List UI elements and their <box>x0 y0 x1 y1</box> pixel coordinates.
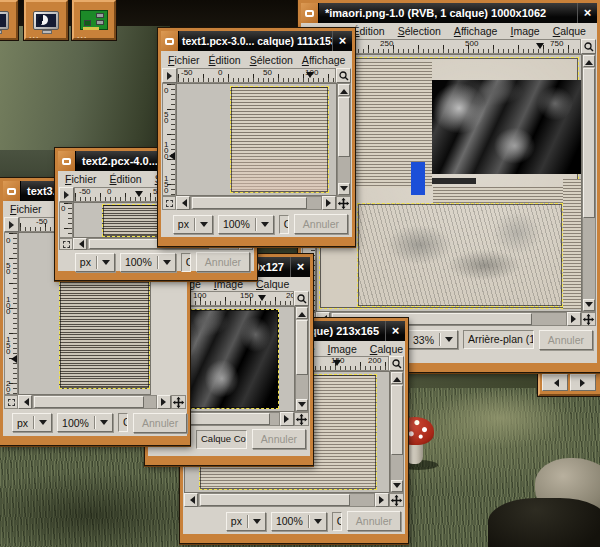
menu-image[interactable]: Image <box>510 25 539 37</box>
scroll-down-button[interactable] <box>583 299 595 311</box>
unit-dropdown[interactable]: px <box>226 512 266 531</box>
pan-cross-icon[interactable] <box>581 312 596 326</box>
image-canvas[interactable] <box>176 83 337 196</box>
image-canvas[interactable] <box>316 54 582 312</box>
scroll-right-button[interactable] <box>280 412 294 426</box>
ruler-position-marker <box>536 43 544 53</box>
ruler-corner-button[interactable] <box>162 68 177 83</box>
chevron-down-icon <box>253 519 261 528</box>
pan-cross-icon[interactable] <box>294 412 309 426</box>
scroll-up-button[interactable] <box>338 84 350 96</box>
menu-edition[interactable]: Édition <box>209 54 241 66</box>
monitor-icon <box>33 11 59 30</box>
menu-affichage[interactable]: Affichage <box>454 25 498 37</box>
status-message: Calque Copié (247 k <box>196 430 247 449</box>
scroll-right-button[interactable] <box>322 196 336 210</box>
zoom-dropdown[interactable]: 100% <box>120 253 176 272</box>
menu-edition[interactable]: Édition <box>353 25 385 37</box>
scroll-left-button[interactable] <box>73 238 87 250</box>
menu-calque[interactable]: Calque <box>370 343 403 355</box>
window-menu-icon[interactable] <box>161 31 179 51</box>
titlebar[interactable]: text1.pcx-3.0... calque) 111x153 × <box>161 31 352 51</box>
horizontal-scrollbar[interactable] <box>32 395 157 409</box>
iconified-window-circuit[interactable]: ... <box>72 0 116 40</box>
menu-calque[interactable]: Calque <box>553 25 586 37</box>
close-icon[interactable]: × <box>332 31 352 51</box>
dock-prev-button[interactable] <box>542 374 568 391</box>
scanned-figure <box>357 203 563 307</box>
pan-cross-icon[interactable] <box>389 493 404 507</box>
chevron-down-icon <box>102 260 110 269</box>
scroll-down-button[interactable] <box>338 183 350 195</box>
menu-image[interactable]: Image <box>328 343 357 355</box>
scroll-up-button[interactable] <box>391 372 403 384</box>
vertical-scrollbar[interactable] <box>337 83 351 196</box>
zoom-icon[interactable] <box>581 39 596 54</box>
zoom-icon[interactable] <box>389 356 404 371</box>
ruler-corner-button[interactable] <box>59 187 74 202</box>
titlebar[interactable]: *imaori.png-1.0 (RVB, 1 calque) 1000x106… <box>301 3 597 23</box>
window-title: *imaori.png-1.0 (RVB, 1 calque) 1000x106… <box>319 7 552 19</box>
menu-selection[interactable]: Sélection <box>250 54 293 66</box>
scroll-down-button[interactable] <box>391 480 403 492</box>
close-icon[interactable]: × <box>385 321 405 341</box>
status-message: Calque <box>181 253 191 272</box>
close-icon[interactable]: × <box>577 3 597 23</box>
cancel-button[interactable]: Annuler <box>294 214 348 234</box>
vertical-scrollbar[interactable] <box>295 306 309 412</box>
close-icon[interactable]: × <box>290 257 310 277</box>
scroll-left-button[interactable] <box>176 196 190 210</box>
horizontal-scrollbar[interactable] <box>198 493 375 507</box>
horizontal-ruler: -50 0 50 100 <box>177 68 336 83</box>
unit-dropdown[interactable]: px <box>173 215 213 234</box>
horizontal-scrollbar[interactable] <box>190 196 322 210</box>
menu-selection[interactable]: Sélection <box>398 25 441 37</box>
menu-calque[interactable]: Calque <box>256 278 289 290</box>
quickmask-icon[interactable] <box>4 395 18 409</box>
quickmask-icon[interactable] <box>59 238 73 250</box>
scan-text-strip-right <box>563 179 582 309</box>
menu-fichier[interactable]: Fichier <box>168 54 200 66</box>
zoom-icon[interactable] <box>294 291 309 306</box>
cancel-button[interactable]: Annuler <box>539 330 593 350</box>
unit-dropdown[interactable]: px <box>12 413 52 432</box>
cancel-button[interactable]: Annuler <box>196 252 250 272</box>
iconified-window-monitor[interactable]: ... <box>0 0 18 40</box>
unit-dropdown[interactable]: px <box>75 253 115 272</box>
ruler-corner-button[interactable] <box>4 217 19 232</box>
window-menu-icon[interactable] <box>58 151 76 171</box>
status-message: Calqu <box>118 413 128 432</box>
window-menu-icon[interactable] <box>3 181 21 201</box>
menu-edition[interactable]: Édition <box>110 173 142 185</box>
window-menu-icon[interactable] <box>301 3 319 23</box>
scroll-right-button[interactable] <box>567 312 581 326</box>
iconified-window-monitor[interactable]: ... <box>24 0 68 40</box>
scroll-up-button[interactable] <box>296 307 308 319</box>
cancel-button[interactable]: Annuler <box>133 413 187 433</box>
quickmask-icon[interactable] <box>162 196 176 210</box>
menu-affichage[interactable]: Affichage <box>302 54 346 66</box>
chevron-down-icon <box>314 519 322 528</box>
vertical-scrollbar[interactable] <box>582 54 596 312</box>
ruler-position-marker <box>7 355 17 363</box>
pan-cross-icon[interactable] <box>171 395 186 409</box>
cancel-button[interactable]: Annuler <box>347 511 401 531</box>
scroll-left-button[interactable] <box>18 395 32 409</box>
scroll-up-button[interactable] <box>583 55 595 67</box>
pan-cross-icon[interactable] <box>336 196 351 210</box>
zoom-icon[interactable] <box>336 68 351 83</box>
menu-fichier[interactable]: Fichier <box>65 173 97 185</box>
scroll-right-button[interactable] <box>157 395 171 409</box>
zoom-dropdown[interactable]: 100% <box>271 512 327 531</box>
scroll-down-button[interactable] <box>296 399 308 411</box>
menu-fichier[interactable]: Fichier <box>10 203 42 215</box>
dock-next-button[interactable] <box>570 374 596 391</box>
cancel-button[interactable]: Annuler <box>252 429 306 449</box>
scroll-right-button[interactable] <box>375 493 389 507</box>
zoom-dropdown[interactable]: 100% <box>57 413 113 432</box>
scroll-left-button[interactable] <box>184 493 198 507</box>
zoom-dropdown[interactable]: 33% <box>408 330 458 349</box>
zoom-dropdown[interactable]: 100% <box>218 215 274 234</box>
vertical-scrollbar[interactable] <box>390 371 404 493</box>
status-message: Calque Copié (2 <box>332 512 342 531</box>
